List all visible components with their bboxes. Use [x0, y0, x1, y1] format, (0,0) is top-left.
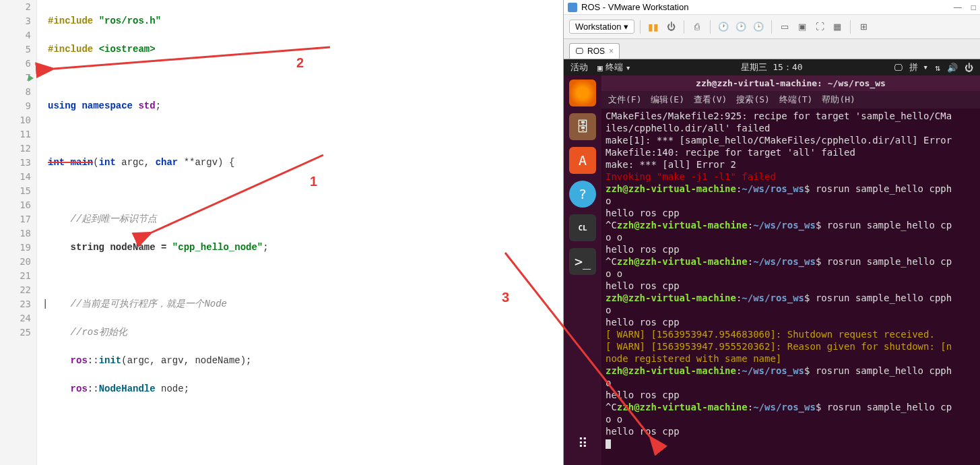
active-app[interactable]: ▣ 终端 ▾: [597, 61, 631, 73]
line-num: 2: [0, 0, 31, 14]
line-num: 23: [0, 297, 31, 311]
line-num: 11: [0, 127, 31, 142]
chevron-down-icon: ▾: [626, 63, 631, 73]
vmware-icon: [568, 3, 577, 12]
line-num: 16: [0, 198, 31, 212]
line-num[interactable]: 7: [0, 71, 31, 85]
vm-tab-ros[interactable]: 🖵 ROS ×: [569, 43, 620, 59]
view-last-icon[interactable]: ⊞: [856, 20, 871, 34]
pause-button[interactable]: ▮▮: [646, 20, 661, 34]
terminal-app-icon: ▣: [597, 63, 603, 73]
menu-edit[interactable]: 编辑(E): [651, 94, 684, 106]
ubuntu-desktop: 活动 ▣ 终端 ▾ 星期三 15：40 🖵 拼 ▾ ⇅ 🔊 ⏻ 🗄 A ? CL…: [564, 59, 980, 465]
line-num: 24: [0, 311, 31, 326]
snap-manage-icon[interactable]: 🕒: [751, 20, 766, 34]
clion-icon[interactable]: CL: [569, 214, 596, 241]
view-thumb-icon[interactable]: ▦: [830, 20, 845, 34]
ime-indicator[interactable]: 拼 ▾: [909, 61, 929, 73]
firefox-icon[interactable]: [569, 80, 596, 106]
minimize-button[interactable]: —: [954, 3, 962, 12]
line-num: 17: [0, 212, 31, 226]
ubuntu-topbar[interactable]: 活动 ▣ 终端 ▾ 星期三 15：40 🖵 拼 ▾ ⇅ 🔊 ⏻: [564, 59, 980, 75]
snapshot-button[interactable]: ⎙: [690, 20, 705, 34]
line-num: 22: [0, 283, 31, 297]
terminal-window: zzh@zzh-virtual-machine: ~/ws/ros_ws 文件(…: [601, 59, 980, 465]
menu-help[interactable]: 帮助(H): [822, 94, 855, 106]
line-num: 12: [0, 142, 31, 156]
line-num: 4: [0, 28, 31, 42]
line-num: 10: [0, 113, 31, 127]
line-num: 20: [0, 255, 31, 269]
maximize-button[interactable]: □: [971, 3, 976, 12]
vmware-window: ROS - VMware Workstation — □ Workstation…: [563, 0, 980, 465]
vmware-tabbar: 🖵 ROS ×: [564, 39, 980, 59]
line-num: 9: [0, 99, 31, 113]
code-text[interactable]: #include "ros/ros.h" #include <iostream>…: [37, 0, 563, 465]
line-num: 13: [0, 156, 31, 170]
terminal-launcher-icon[interactable]: >_: [569, 248, 596, 275]
line-num: 5: [0, 42, 31, 57]
line-num: 15: [0, 184, 31, 198]
view-unity-icon[interactable]: ⛶: [812, 20, 827, 34]
terminal-cursor: [606, 439, 611, 449]
activities-button[interactable]: 活动: [570, 61, 588, 73]
terminal-output[interactable]: CMakeFiles/Makefile2:925: recipe for tar…: [601, 108, 980, 465]
line-num: 8: [0, 85, 31, 99]
menu-view[interactable]: 查看(V): [694, 94, 727, 106]
line-num: 18: [0, 226, 31, 241]
code-editor-pane: 2 3 4 5 6 7 8 9 10 11 12 13 14 15 16 17 …: [0, 0, 563, 465]
terminal-menubar[interactable]: 文件(F) 编辑(E) 查看(V) 搜索(S) 终端(T) 帮助(H): [601, 91, 980, 108]
network-icon[interactable]: ⇅: [935, 63, 940, 73]
menu-file[interactable]: 文件(F): [608, 94, 641, 106]
menu-search[interactable]: 搜索(S): [736, 94, 769, 106]
line-num: 25: [0, 326, 31, 340]
power-icon[interactable]: ⏻: [965, 63, 973, 73]
run-gutter-icon[interactable]: [28, 75, 34, 82]
vmware-title: ROS - VMware Workstation: [581, 2, 688, 12]
close-tab-icon[interactable]: ×: [609, 46, 614, 56]
vmware-titlebar[interactable]: ROS - VMware Workstation — □: [564, 0, 980, 15]
software-center-icon[interactable]: A: [569, 147, 596, 174]
line-num: 21: [0, 269, 31, 283]
chevron-down-icon: ▾: [624, 22, 628, 32]
view-fit-icon[interactable]: ▭: [777, 20, 792, 34]
volume-icon[interactable]: 🔊: [947, 63, 958, 73]
snap-take-icon[interactable]: 🕐: [716, 20, 731, 34]
terminal-title: zzh@zzh-virtual-machine: ~/ws/ros_ws: [601, 75, 980, 91]
line-num: 3: [0, 14, 31, 28]
code-area[interactable]: 2 3 4 5 6 7 8 9 10 11 12 13 14 15 16 17 …: [0, 0, 563, 465]
screen-icon[interactable]: 🖵: [894, 63, 903, 73]
vm-tab-icon: 🖵: [575, 46, 583, 56]
line-num: 6: [0, 57, 31, 71]
clock[interactable]: 星期三 15：40: [741, 61, 802, 73]
workstation-menu[interactable]: Workstation ▾: [569, 20, 634, 34]
menu-terminal[interactable]: 终端(T): [779, 94, 812, 106]
line-num: 19: [0, 241, 31, 255]
vmware-toolbar: Workstation ▾ ▮▮ ⏻ ⎙ 🕐 🕑 🕒 ▭ ▣ ⛶ ▦ ⊞: [564, 15, 980, 39]
power-button[interactable]: ⏻: [663, 20, 678, 34]
view-full-icon[interactable]: ▣: [795, 20, 810, 34]
line-num: 14: [0, 170, 31, 184]
show-apps-icon[interactable]: ⠿: [578, 435, 588, 452]
snap-revert-icon[interactable]: 🕑: [733, 20, 748, 34]
help-icon[interactable]: ?: [569, 181, 596, 208]
files-icon[interactable]: 🗄: [569, 113, 596, 140]
ubuntu-launcher: 🗄 A ? CL >_ ⠿: [564, 59, 601, 465]
line-gutter: 2 3 4 5 6 7 8 9 10 11 12 13 14 15 16 17 …: [0, 0, 37, 465]
